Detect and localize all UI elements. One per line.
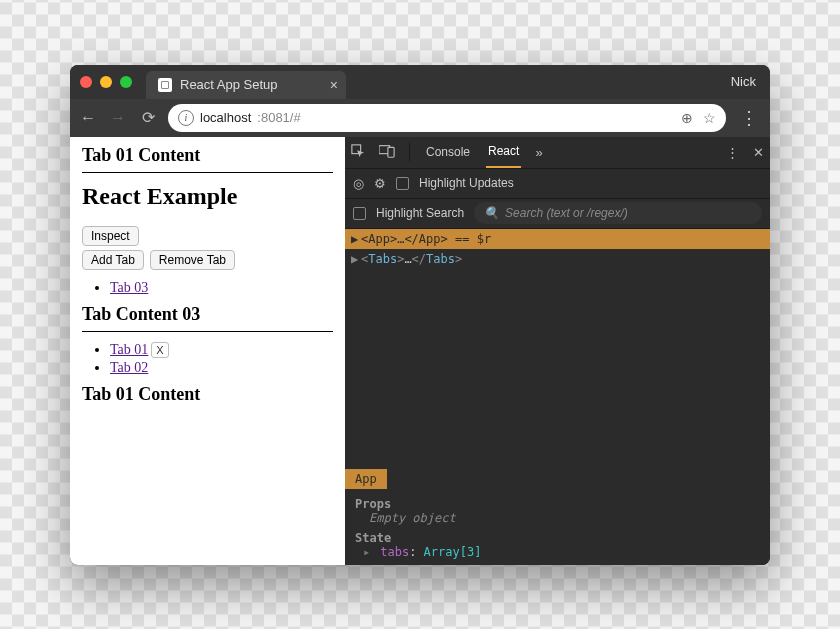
tab-link[interactable]: Tab 01 (110, 342, 148, 357)
minimize-window-button[interactable] (100, 76, 112, 88)
remove-tab-button[interactable]: Remove Tab (150, 250, 235, 270)
tab-link[interactable]: Tab 03 (110, 280, 148, 295)
highlight-search-label: Highlight Search (376, 206, 464, 220)
zoom-icon[interactable]: ⊕ (681, 110, 693, 126)
devtools-menu-icon[interactable]: ⋮ (726, 145, 739, 160)
device-toggle-icon[interactable] (379, 144, 395, 161)
search-placeholder: Search (text or /regex/) (505, 206, 628, 220)
reload-button[interactable]: ⟳ (138, 108, 158, 127)
divider (82, 331, 333, 332)
devtools-tabbar: Console React » ⋮ ✕ (345, 137, 770, 169)
devtools-tab-react[interactable]: React (486, 136, 521, 168)
breadcrumb[interactable]: App (345, 469, 387, 489)
tree-node-app[interactable]: ▶<App>…</App> == $r (345, 229, 770, 249)
browser-tab[interactable]: React App Setup × (146, 71, 346, 99)
highlight-updates-label: Highlight Updates (419, 176, 514, 190)
state-section-label: State (355, 531, 760, 545)
highlight-updates-checkbox[interactable] (396, 177, 409, 190)
close-window-button[interactable] (80, 76, 92, 88)
divider (82, 172, 333, 173)
browser-menu-icon[interactable]: ⋮ (736, 107, 762, 129)
target-icon[interactable]: ◎ (353, 176, 364, 191)
bookmark-star-icon[interactable]: ☆ (703, 110, 716, 126)
rendered-page: Tab 01 Content React Example Inspect Add… (70, 137, 345, 565)
content-heading: Tab 01 Content (82, 384, 333, 405)
highlight-search-checkbox[interactable] (353, 207, 366, 220)
component-tree: ▶<App>…</App> == $r ▶<Tabs>…</Tabs> (345, 229, 770, 269)
react-toolbar: ◎ ⚙ Highlight Updates (345, 169, 770, 199)
devtools-tab-console[interactable]: Console (424, 136, 472, 168)
url-path: :8081/# (257, 110, 300, 125)
react-search-input[interactable]: 🔍 Search (text or /regex/) (474, 202, 762, 224)
forward-button[interactable]: → (108, 109, 128, 127)
add-tab-button[interactable]: Add Tab (82, 250, 144, 270)
back-button[interactable]: ← (78, 109, 98, 127)
devtools-panel: Console React » ⋮ ✕ ◎ ⚙ Highlight Update… (345, 137, 770, 565)
tab-close-chip[interactable]: X (151, 342, 168, 358)
traffic-lights (80, 76, 132, 88)
titlebar: React App Setup × Nick (70, 65, 770, 99)
tab-link[interactable]: Tab 02 (110, 360, 148, 375)
list-item: Tab 02 (110, 360, 333, 376)
site-info-icon[interactable]: i (178, 110, 194, 126)
inspect-element-icon[interactable] (351, 144, 365, 161)
url-input[interactable]: i localhost:8081/# ⊕ ☆ (168, 104, 726, 132)
page-title: React Example (82, 183, 333, 210)
content-heading: Tab 01 Content (82, 145, 333, 166)
settings-gear-icon[interactable]: ⚙ (374, 176, 386, 191)
browser-window: React App Setup × Nick ← → ⟳ i localhost… (70, 65, 770, 565)
inspect-button[interactable]: Inspect (82, 226, 139, 246)
profile-name[interactable]: Nick (731, 74, 756, 89)
list-item: Tab 01X (110, 342, 333, 358)
details-pane: App Props Empty object State ▸ tabs: Arr… (345, 469, 770, 565)
react-searchbar: Highlight Search 🔍 Search (text or /rege… (345, 199, 770, 229)
props-section-label: Props (355, 497, 760, 511)
content-heading: Tab Content 03 (82, 304, 333, 325)
search-icon: 🔍 (484, 206, 499, 220)
url-host: localhost (200, 110, 251, 125)
tab-close-icon[interactable]: × (330, 77, 338, 93)
state-entry[interactable]: ▸ tabs: Array[3] (363, 545, 760, 559)
viewport: Tab 01 Content React Example Inspect Add… (70, 137, 770, 565)
tab-title: React App Setup (180, 77, 278, 92)
fullscreen-window-button[interactable] (120, 76, 132, 88)
tree-node-tabs[interactable]: ▶<Tabs>…</Tabs> (345, 249, 770, 269)
svg-rect-2 (388, 147, 394, 157)
devtools-more-tabs-icon[interactable]: » (535, 145, 542, 160)
list-item: Tab 03 (110, 280, 333, 296)
favicon-icon (158, 78, 172, 92)
address-bar: ← → ⟳ i localhost:8081/# ⊕ ☆ ⋮ (70, 99, 770, 137)
props-empty: Empty object (369, 511, 760, 525)
devtools-close-icon[interactable]: ✕ (753, 145, 764, 160)
